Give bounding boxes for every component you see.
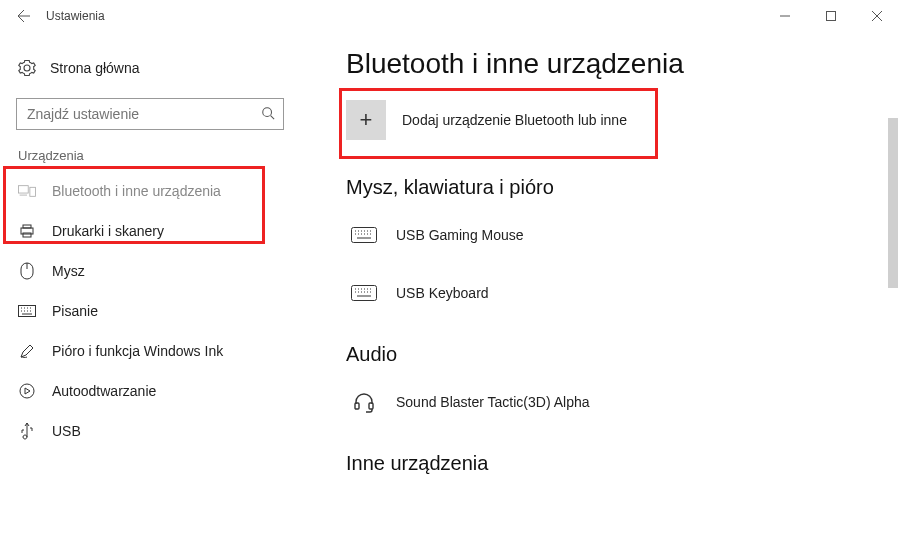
sidebar-item-autoplay[interactable]: Autoodtwarzanie (0, 371, 300, 411)
sidebar-item-pen[interactable]: Pióro i funkcja Windows Ink (0, 331, 300, 371)
device-row[interactable]: USB Gaming Mouse (346, 213, 870, 257)
device-row[interactable]: Sound Blaster Tactic(3D) Alpha (346, 380, 870, 424)
mouse-icon (18, 262, 36, 280)
keyboard-icon (350, 285, 378, 301)
page-title: Bluetooth i inne urządzenia (346, 48, 870, 80)
section-other-header: Inne urządzenia (346, 452, 870, 475)
scrollbar[interactable] (888, 118, 898, 288)
back-button[interactable] (8, 0, 40, 32)
titlebar: Ustawienia (0, 0, 900, 32)
sidebar-item-typing[interactable]: Pisanie (0, 291, 300, 331)
home-link[interactable]: Strona główna (0, 48, 300, 88)
home-label: Strona główna (50, 60, 140, 76)
svg-rect-10 (352, 228, 377, 243)
svg-rect-3 (30, 187, 36, 196)
svg-rect-13 (369, 403, 373, 409)
svg-point-9 (20, 384, 34, 398)
add-device-label: Dodaj urządzenie Bluetooth lub inne (402, 112, 627, 128)
svg-point-1 (263, 107, 272, 116)
search-icon (261, 106, 275, 123)
minimize-button[interactable] (762, 0, 808, 32)
sidebar-item-label: Autoodtwarzanie (52, 383, 156, 399)
printer-icon (18, 223, 36, 239)
svg-rect-2 (18, 186, 28, 193)
section-input-header: Mysz, klawiatura i pióro (346, 176, 870, 199)
sidebar-item-label: Drukarki i skanery (52, 223, 164, 239)
gear-icon (18, 59, 36, 77)
svg-rect-5 (23, 225, 31, 228)
keyboard-icon (18, 305, 36, 317)
search-box[interactable] (16, 98, 284, 130)
maximize-button[interactable] (808, 0, 854, 32)
sidebar-item-label: Pisanie (52, 303, 98, 319)
device-name: Sound Blaster Tactic(3D) Alpha (396, 394, 590, 410)
pen-icon (18, 343, 36, 359)
sidebar-category: Urządzenia (0, 148, 300, 163)
sidebar-item-label: USB (52, 423, 81, 439)
sidebar-item-label: Pióro i funkcja Windows Ink (52, 343, 223, 359)
device-name: USB Keyboard (396, 285, 489, 301)
sidebar-item-label: Bluetooth i inne urządzenia (52, 183, 221, 199)
usb-icon (18, 422, 36, 440)
sidebar-item-printers[interactable]: Drukarki i skanery (0, 211, 300, 251)
keyboard-icon (350, 227, 378, 243)
svg-rect-0 (827, 12, 836, 21)
devices-icon (18, 184, 36, 198)
add-device-button[interactable]: + Dodaj urządzenie Bluetooth lub inne (346, 100, 870, 140)
window-title: Ustawienia (46, 9, 105, 23)
sidebar: Strona główna Urządzenia Bluetooth i inn… (0, 32, 300, 533)
device-name: USB Gaming Mouse (396, 227, 524, 243)
sidebar-item-bluetooth[interactable]: Bluetooth i inne urządzenia (0, 171, 300, 211)
section-audio-header: Audio (346, 343, 870, 366)
svg-rect-12 (355, 403, 359, 409)
close-button[interactable] (854, 0, 900, 32)
headset-icon (350, 390, 378, 414)
main-pane: Bluetooth i inne urządzenia + Dodaj urzą… (300, 32, 900, 533)
sidebar-item-label: Mysz (52, 263, 85, 279)
sidebar-item-mouse[interactable]: Mysz (0, 251, 300, 291)
autoplay-icon (18, 383, 36, 399)
plus-icon: + (346, 100, 386, 140)
sidebar-item-usb[interactable]: USB (0, 411, 300, 451)
device-row[interactable]: USB Keyboard (346, 271, 870, 315)
svg-rect-11 (352, 286, 377, 301)
search-input[interactable] (25, 105, 261, 123)
